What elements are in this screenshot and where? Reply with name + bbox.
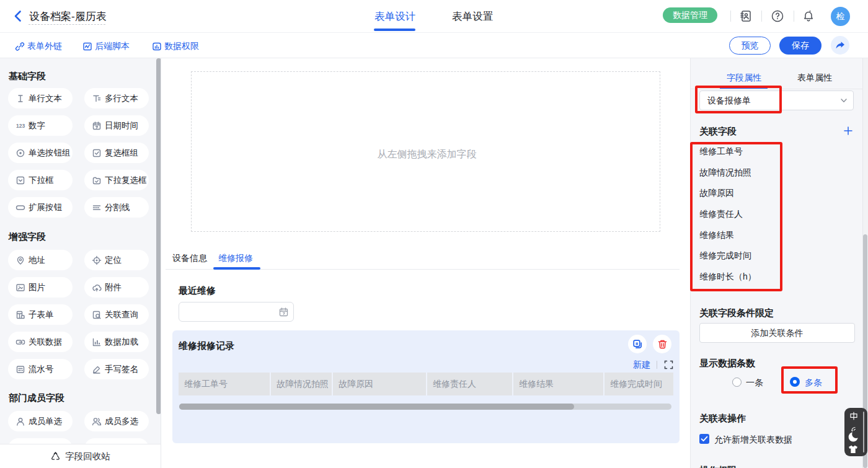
svg-text:123: 123	[16, 123, 25, 129]
